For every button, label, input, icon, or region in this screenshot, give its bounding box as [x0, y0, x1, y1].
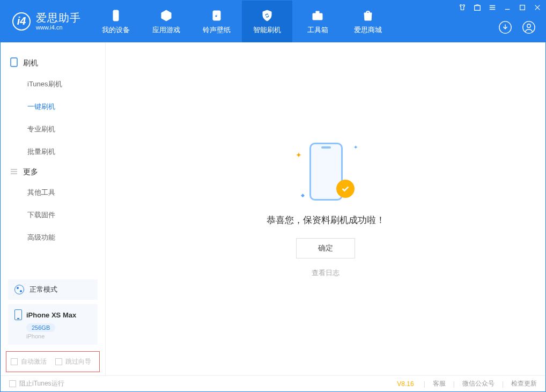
sidebar: 刷机 iTunes刷机 一键刷机 专业刷机 批量刷机 更多 其他工具 下载固件 …: [1, 42, 106, 375]
svg-point-8: [527, 24, 531, 28]
tab-label: 我的设备: [102, 25, 130, 35]
shopping-bag-icon: [361, 9, 375, 23]
view-log-link[interactable]: 查看日志: [312, 268, 340, 278]
checkbox-block-itunes[interactable]: 阻止iTunes运行: [9, 379, 64, 388]
sidebar-item-onekey-flash[interactable]: 一键刷机: [5, 95, 105, 118]
mode-label: 正常模式: [29, 285, 57, 294]
checkbox-skip-wizard[interactable]: 跳过向导: [55, 357, 91, 366]
checkbox-icon: [9, 380, 16, 387]
window-controls: [459, 4, 541, 13]
toolbox-icon: [311, 9, 324, 23]
device-name: iPhone XS Max: [26, 311, 76, 319]
user-icon[interactable]: [522, 20, 536, 36]
sparkle-icon: ✦: [353, 144, 358, 150]
minimize-icon[interactable]: [504, 4, 511, 13]
music-file-icon: [210, 9, 224, 23]
tab-label: 铃声壁纸: [203, 25, 231, 35]
close-icon[interactable]: [534, 4, 541, 13]
checkbox-label: 跳过向导: [65, 357, 91, 366]
checkbox-auto-activate[interactable]: 自动激活: [11, 357, 47, 366]
sidebar-item-batch-flash[interactable]: 批量刷机: [5, 140, 105, 163]
separator: |: [424, 380, 425, 388]
svg-rect-3: [316, 11, 319, 13]
sidebar-section-more: 更多: [1, 163, 105, 181]
menu-icon[interactable]: [489, 4, 496, 13]
tab-toolbox[interactable]: 工具箱: [292, 1, 343, 42]
footer-links: | 客服 | 微信公众号 | 检查更新: [424, 379, 537, 388]
list-icon: [10, 168, 18, 177]
phone-outline-icon: [10, 57, 18, 69]
storage-badge: 256GB: [26, 323, 55, 332]
checkbox-label: 自动激活: [21, 357, 47, 366]
box-icon[interactable]: [474, 4, 481, 13]
tab-ringtone-wallpaper[interactable]: 铃声壁纸: [191, 1, 242, 42]
download-icon[interactable]: [498, 20, 512, 36]
header-action-icons: [498, 20, 536, 36]
nav-tabs: 我的设备 应用游戏 铃声壁纸 智能刷机 工具箱 爱思商城: [91, 1, 393, 42]
tab-label: 爱思商城: [354, 25, 382, 35]
brand-text: 爱思助手 www.i4.cn: [36, 12, 81, 31]
tab-smart-flash[interactable]: 智能刷机: [242, 1, 292, 42]
mode-icon: [14, 285, 24, 294]
tab-label: 智能刷机: [253, 25, 281, 35]
sparkle-icon: ✦: [296, 151, 302, 159]
logo-block[interactable]: i4 爱思助手 www.i4.cn: [1, 12, 91, 31]
checkmark-badge-icon: [336, 180, 355, 198]
footer-link-update[interactable]: 检查更新: [511, 379, 537, 388]
tshirt-icon[interactable]: [459, 4, 466, 13]
svg-rect-0: [113, 10, 119, 21]
device-card[interactable]: iPhone XS Max 256GB iPhone: [8, 304, 98, 345]
svg-rect-5: [520, 5, 525, 10]
version-label: V8.16: [397, 380, 414, 388]
maximize-icon[interactable]: [519, 4, 526, 13]
brand-sub: www.i4.cn: [36, 24, 81, 31]
separator: |: [502, 380, 504, 388]
checkbox-icon: [11, 358, 18, 365]
footer: 阻止iTunes运行 V8.16 | 客服 | 微信公众号 | 检查更新: [1, 375, 545, 391]
main-content: ✦ ✦ ◆ 恭喜您，保资料刷机成功啦！ 确定 查看日志: [106, 42, 545, 375]
sidebar-item-other-tools[interactable]: 其他工具: [5, 181, 105, 204]
section-label: 更多: [23, 167, 38, 177]
cube-icon: [159, 9, 173, 23]
mode-card[interactable]: 正常模式: [8, 279, 98, 300]
checkbox-icon: [55, 358, 62, 365]
logo-icon: i4: [12, 12, 31, 31]
shield-sync-icon: [260, 9, 274, 23]
brand-main: 爱思助手: [36, 12, 81, 24]
sidebar-items-more: 其他工具 下载固件 高级功能: [1, 181, 105, 249]
sidebar-items-flash: iTunes刷机 一键刷机 专业刷机 批量刷机: [1, 73, 105, 163]
svg-rect-2: [313, 13, 322, 20]
success-illustration: ✦ ✦ ◆: [293, 140, 358, 204]
checkbox-label: 阻止iTunes运行: [19, 379, 64, 388]
header: i4 爱思助手 www.i4.cn 我的设备 应用游戏 铃声壁纸 智能刷机 工具…: [1, 1, 545, 42]
checkbox-strip: 自动激活 跳过向导: [6, 351, 100, 372]
section-label: 刷机: [23, 58, 38, 68]
success-message: 恭喜您，保资料刷机成功啦！: [267, 214, 385, 226]
tab-apps-games[interactable]: 应用游戏: [141, 1, 191, 42]
sparkle-icon: ◆: [301, 193, 305, 198]
device-sub-label: iPhone: [26, 333, 91, 339]
footer-link-support[interactable]: 客服: [433, 379, 446, 388]
sidebar-item-advanced[interactable]: 高级功能: [5, 226, 105, 249]
body: 刷机 iTunes刷机 一键刷机 专业刷机 批量刷机 更多 其他工具 下载固件 …: [1, 42, 545, 375]
tab-label: 工具箱: [307, 25, 328, 35]
tab-my-device[interactable]: 我的设备: [91, 1, 141, 42]
svg-rect-4: [475, 6, 481, 11]
sidebar-item-pro-flash[interactable]: 专业刷机: [5, 118, 105, 140]
tab-label: 应用游戏: [152, 25, 180, 35]
tab-store[interactable]: 爱思商城: [343, 1, 393, 42]
device-phone-icon: [14, 309, 22, 320]
sidebar-item-itunes-flash[interactable]: iTunes刷机: [5, 73, 105, 95]
separator: |: [453, 380, 455, 388]
svg-rect-9: [11, 58, 17, 66]
footer-link-wechat[interactable]: 微信公众号: [462, 379, 495, 388]
phone-icon: [109, 9, 123, 23]
sidebar-item-download-firmware[interactable]: 下载固件: [5, 204, 105, 226]
sidebar-section-flash: 刷机: [1, 53, 105, 73]
ok-button[interactable]: 确定: [296, 238, 355, 258]
